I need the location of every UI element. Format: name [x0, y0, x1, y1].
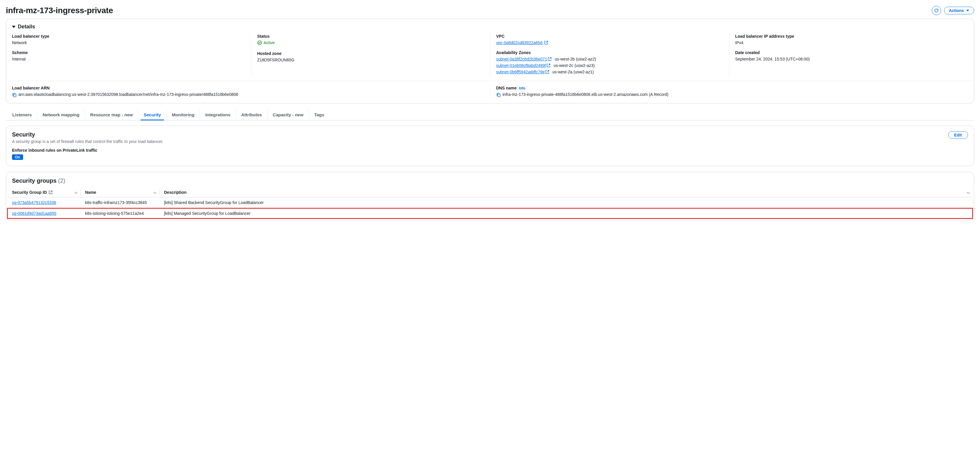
details-panel: Details Load balancer type Network Schem…: [6, 19, 974, 103]
scheme-value: Internal: [12, 57, 245, 61]
status-label: Status: [257, 34, 484, 38]
details-toggle[interactable]: Details: [12, 24, 968, 30]
security-description: A security group is a set of firewall ru…: [12, 139, 164, 144]
external-link-icon: [546, 64, 550, 68]
table-row: sg-0061d9d73ad1aa995 k8s-istioing-istioi…: [7, 208, 973, 219]
dns-value: infra-mz-173-ingress-private-488fa1518b6…: [503, 92, 668, 97]
sg-name-1: k8s-istioing-istioing-575e11a2e4: [80, 208, 159, 219]
col-header-description[interactable]: Description: [159, 187, 973, 197]
tab-capacity[interactable]: Capacity - new: [267, 109, 309, 120]
hosted-zone-value: Z18D5FSROUN65G: [257, 57, 484, 62]
sg-link-1[interactable]: sg-0061d9d73ad1aa995: [12, 211, 56, 216]
arn-value: arn:aws:elasticloadbalancing:us-west-2:3…: [18, 92, 238, 97]
enforce-badge: On: [12, 154, 23, 160]
sort-icon: [967, 190, 970, 195]
lb-type-value: Network: [12, 40, 245, 45]
tab-tags[interactable]: Tags: [309, 109, 329, 120]
sort-icon: [153, 190, 156, 195]
refresh-button[interactable]: [932, 6, 941, 15]
copy-icon[interactable]: [12, 93, 17, 97]
status-value: Active: [257, 40, 275, 45]
lb-type-label: Load balancer type: [12, 34, 245, 38]
az-list: subnet-0a38f2c6d2b36e071 us-west-2b (usw…: [496, 57, 723, 74]
security-groups-table: Security Group ID Name Description sg-07…: [7, 187, 973, 219]
sort-icon: [75, 190, 78, 195]
tab-monitoring[interactable]: Monitoring: [167, 109, 200, 120]
az-zone-0: us-west-2b (usw2-az2): [555, 57, 596, 61]
tab-bar: Listeners Network mapping Resource map -…: [6, 109, 974, 121]
copy-icon[interactable]: [496, 93, 501, 97]
external-link-icon: [544, 41, 548, 45]
arn-label: Load balancer ARN: [12, 86, 490, 91]
status-text: Active: [264, 40, 275, 45]
enforce-label: Enforce inbound rules on PrivateLink tra…: [12, 148, 968, 152]
col-header-sgid[interactable]: Security Group ID: [7, 187, 80, 197]
az-zone-1: us-west-2c (usw2-az3): [554, 63, 595, 68]
security-panel: Security A security group is a set of fi…: [6, 126, 974, 166]
date-created-label: Date created: [735, 50, 963, 55]
tab-attributes[interactable]: Attributes: [236, 109, 267, 120]
security-groups-panel: Security groups (2) Security Group ID Na…: [6, 172, 974, 221]
hosted-zone-label: Hosted zone: [257, 51, 484, 56]
details-heading: Details: [18, 24, 35, 30]
external-link-icon: [49, 190, 52, 194]
security-title: Security: [12, 131, 164, 138]
az-label: Availability Zones: [496, 50, 723, 55]
external-link-icon: [547, 57, 552, 61]
sg-name-0: k8s-traffic-inframz173-35f4cc3845: [80, 197, 159, 208]
security-groups-title: Security groups (2): [6, 172, 974, 187]
vpc-label: VPC: [496, 34, 723, 38]
caret-down-icon: [12, 26, 16, 28]
date-created-value: September 24, 2024, 15:53 (UTC+08:00): [735, 57, 963, 61]
tab-listeners[interactable]: Listeners: [7, 109, 37, 120]
sg-desc-1: [k8s] Managed SecurityGroup for LoadBala…: [159, 208, 973, 219]
edit-button[interactable]: Edit: [948, 131, 968, 139]
actions-button[interactable]: Actions: [944, 7, 974, 14]
sg-desc-0: [k8s] Shared Backend SecurityGroup for L…: [159, 197, 973, 208]
dns-label: DNS name Info: [496, 86, 968, 91]
ip-type-label: Load balancer IP address type: [735, 34, 963, 38]
tab-security[interactable]: Security: [138, 109, 166, 120]
az-zone-2: us-west-2a (usw2-az1): [552, 70, 594, 74]
scheme-label: Scheme: [12, 50, 245, 55]
table-row: sg-073a5b479132c5336 k8s-traffic-inframz…: [7, 197, 973, 208]
sg-link-0[interactable]: sg-073a5b479132c5336: [12, 200, 56, 205]
tab-integrations[interactable]: Integrations: [200, 109, 236, 120]
page-title: infra-mz-173-ingress-private: [6, 6, 113, 15]
vpc-link[interactable]: vpc-0a8d02cd83922a65d: [496, 40, 548, 45]
subnet-link-1[interactable]: subnet-01eb08cf8abd2489f: [496, 63, 550, 68]
tab-resource-map[interactable]: Resource map - new: [85, 109, 138, 120]
tab-network-mapping[interactable]: Network mapping: [37, 109, 85, 120]
actions-label: Actions: [949, 8, 964, 13]
external-link-icon: [545, 70, 549, 74]
subnet-link-0[interactable]: subnet-0a38f2c6d2b36e071: [496, 57, 552, 61]
dns-info-link[interactable]: Info: [519, 86, 525, 91]
subnet-link-2[interactable]: subnet-0b6ff5942addfc79e: [496, 70, 549, 74]
col-header-name[interactable]: Name: [80, 187, 159, 197]
ip-type-value: IPv4: [735, 40, 963, 45]
